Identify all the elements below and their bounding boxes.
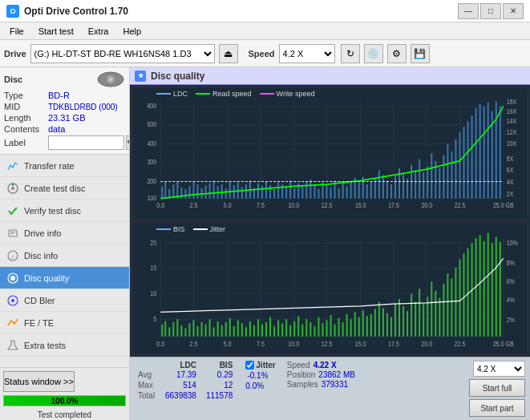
svg-rect-96 [310,180,311,199]
svg-rect-216 [301,324,303,336]
save-button[interactable]: 💾 [411,44,430,63]
svg-rect-118 [399,168,400,199]
nav-item-label-disc-info: Disc info [24,251,58,260]
nav-item-verify-test-disc[interactable]: Verify test disc [0,200,129,222]
menu-help[interactable]: Help [116,25,148,38]
svg-rect-233 [370,313,372,336]
disc-icon [96,71,125,87]
svg-rect-262 [488,232,489,336]
svg-text:7.5: 7.5 [257,202,265,210]
svg-rect-190 [196,326,198,337]
refresh-button[interactable]: ↻ [341,44,360,63]
nav-item-label-disc-quality: Disc quality [24,273,69,283]
svg-rect-98 [318,189,319,199]
svg-rect-101 [330,188,332,199]
menu-extra[interactable]: Extra [82,25,115,38]
speed-select[interactable]: 4.2 X [279,44,335,63]
svg-rect-108 [358,183,360,199]
svg-rect-86 [269,185,271,198]
svg-rect-265 [500,242,501,337]
status-text: Test completed [0,410,129,420]
svg-rect-8 [10,233,14,234]
svg-rect-238 [390,317,392,336]
svg-rect-83 [257,184,259,199]
eject-button[interactable]: ⏏ [219,44,238,63]
svg-rect-221 [322,323,323,336]
nav-item-extra-tests[interactable]: Extra tests [0,334,129,357]
svg-rect-182 [164,321,166,336]
svg-rect-184 [172,322,174,337]
svg-rect-115 [386,180,388,198]
svg-rect-188 [188,323,190,336]
svg-text:17.5: 17.5 [388,340,399,348]
maximize-button[interactable]: □ [480,3,501,19]
svg-rect-65 [184,189,186,199]
svg-rect-196 [221,325,223,336]
speed-label: Speed [249,49,275,59]
svg-rect-237 [386,313,388,336]
svg-rect-91 [289,180,291,198]
svg-rect-263 [492,243,493,336]
svg-rect-135 [467,121,469,198]
disc-quality-icon [6,272,19,285]
title-bar: O Opti Drive Control 1.70 — □ ✕ [0,0,530,22]
svg-rect-106 [350,182,352,199]
svg-rect-125 [427,167,428,199]
svg-text:0.0: 0.0 [156,340,164,348]
sidebar: Disc Type BD-R MID TDKBLDRBD (000) Lengt… [0,67,130,420]
menu-start-test[interactable]: Start test [32,25,80,38]
svg-rect-7 [10,232,15,232]
menu-file[interactable]: File [3,25,30,38]
nav-item-fe-te[interactable]: FE / TE [0,312,129,334]
nav-item-disc-quality[interactable]: Disc quality [0,267,129,289]
svg-rect-134 [463,127,465,198]
status-window-section: Status window >> 100.0% Test completed [0,367,129,420]
avg-jitter: -0.1% [247,371,268,380]
contents-value: data [48,124,65,134]
svg-text:8X: 8X [507,155,514,163]
svg-rect-219 [314,326,315,337]
jitter-checkbox[interactable] [245,361,254,370]
svg-rect-197 [225,322,227,337]
svg-rect-218 [310,322,311,337]
length-label: Length [4,113,48,123]
main-content: Disc Type BD-R MID TDKBLDRBD (000) Lengt… [0,67,530,420]
stats-row-total: Total 6639838 111578 [135,390,237,401]
svg-rect-200 [237,320,239,336]
position-value: 23862 MB [318,370,355,379]
nav-item-drive-info[interactable]: Drive info [0,222,129,244]
start-full-button[interactable]: Start full [469,379,525,397]
svg-rect-105 [346,186,348,198]
svg-rect-136 [471,115,473,198]
minimize-button[interactable]: — [458,3,479,19]
svg-rect-223 [330,315,332,337]
svg-point-14 [11,299,14,302]
svg-text:20: 20 [150,239,156,247]
start-part-button[interactable]: Start part [469,399,525,417]
nav-item-label-create-test-disc: Create test disc [24,184,85,193]
drive-select[interactable]: (G:) HL-DT-ST BD-RE WH16NS48 1.D3 [30,44,215,63]
max-bis: 12 [201,380,237,390]
svg-text:4X: 4X [507,179,514,187]
disc-button[interactable]: 💿 [364,44,383,63]
svg-rect-199 [233,326,235,337]
nav-item-transfer-rate[interactable]: Transfer rate [0,155,129,177]
status-window-button[interactable]: Status window >> [3,371,75,392]
svg-rect-248 [431,281,432,336]
label-input[interactable] [48,135,124,150]
svg-rect-212 [285,319,287,337]
nav-item-cd-bler[interactable]: CD Bler [0,289,129,312]
jitter-header: Jitter [256,361,275,370]
svg-rect-204 [253,325,255,336]
nav-item-create-test-disc[interactable]: Create test disc [0,177,129,200]
svg-rect-211 [281,323,283,336]
toolbar: Drive (G:) HL-DT-ST BD-RE WH16NS48 1.D3 … [0,40,530,67]
settings-button[interactable]: ⚙ [387,44,407,63]
nav-item-disc-info[interactable]: i Disc info [0,244,129,267]
svg-rect-253 [451,278,452,336]
close-button[interactable]: ✕ [503,3,524,19]
svg-text:10.0: 10.0 [288,202,299,210]
svg-rect-60 [164,182,166,199]
svg-rect-110 [366,184,368,199]
test-speed-select[interactable]: 4.2 X [473,361,525,377]
